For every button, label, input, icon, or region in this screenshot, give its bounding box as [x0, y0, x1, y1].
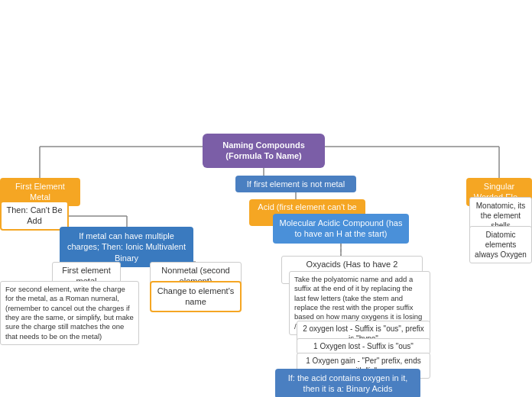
then-cant-be-add-node: Then: Can't Be Add: [0, 201, 69, 231]
root-node: Naming Compounds (Formula To Name): [203, 134, 325, 168]
diatomic-node: Diatomic elements always Oxygen: [469, 226, 532, 263]
root-label: Naming Compounds (Formula To Name): [222, 140, 305, 160]
binary-acids-node: If: the acid contains oxygen in it, then…: [275, 369, 420, 397]
for-second-element-label: For second element, write the charge for…: [5, 285, 134, 341]
binary-acids-label: If: the acid contains oxygen in it, then…: [288, 373, 408, 393]
molecular-acidic-node: Molecular Acidic Compound (has to have a…: [273, 214, 409, 244]
ionic-multivalent-label: If metal can have multiple charges; Then…: [67, 231, 186, 263]
for-second-element-node: For second element, write the charge for…: [0, 281, 139, 345]
then-cant-be-add-label: Then: Can't Be Add: [6, 205, 62, 225]
ionic-multivalent-node: If metal can have multiple charges; Then…: [60, 227, 193, 267]
if-not-metal-label: If first element is not metal: [247, 179, 345, 189]
if-not-metal-node: If first element is not metal: [235, 176, 356, 192]
change-element-name-label: Change to element's name: [157, 286, 235, 306]
first-element-metal-label: First Element Metal: [15, 182, 65, 202]
diatomic-label: Diatomic elements always Oxygen: [475, 231, 527, 259]
oxygen-lost-1-node: 1 Oxygen lost - Suffix is "ous": [297, 338, 430, 354]
canvas: Naming Compounds (Formula To Name) First…: [0, 0, 532, 397]
molecular-acidic-label: Molecular Acidic Compound (has to have a…: [280, 218, 403, 238]
oxygen-lost-1-label: 1 Oxygen lost - Suffix is "ous": [313, 342, 414, 350]
change-element-name-node: Change to element's name: [150, 281, 242, 312]
